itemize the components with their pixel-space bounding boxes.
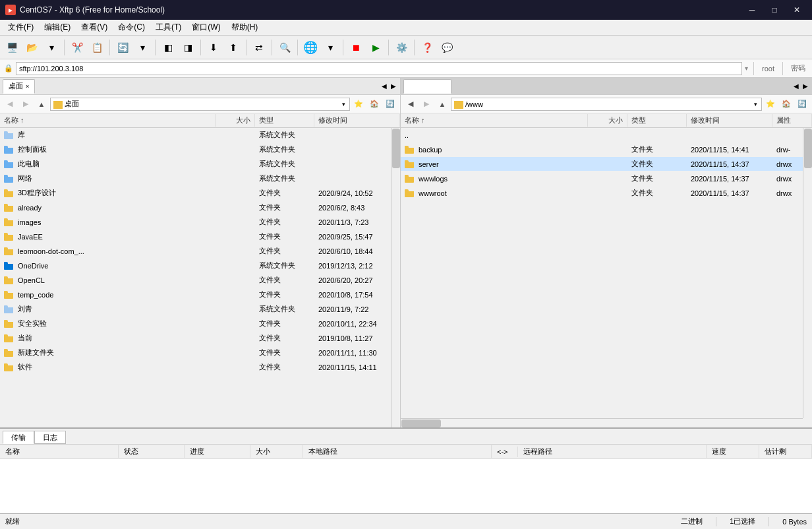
remote-tab-prev[interactable]: ◀ [792, 81, 800, 91]
remote-file-row[interactable]: wwwroot文件夹2020/11/15, 14:37drwx [401, 186, 812, 201]
local-file-date: 2020/11/9, 7:22 [314, 305, 400, 314]
menu-tools[interactable]: 工具(T) [150, 20, 187, 34]
toolbar-settings[interactable]: ⚙️ [392, 38, 411, 57]
toolbar-filter[interactable]: 🔍 [276, 38, 294, 57]
remote-forward-button[interactable]: ▶ [419, 97, 434, 111]
remote-hscrollbar[interactable] [401, 418, 803, 427]
bottom-tab-log[interactable]: 日志 [34, 431, 66, 444]
remote-tab-centos[interactable]: CentOS7 × [403, 79, 451, 94]
local-up-button[interactable]: ▲ [34, 97, 49, 111]
addr-dropdown[interactable]: ▾ [745, 65, 748, 72]
local-file-row[interactable]: 库系统文件夹 [0, 128, 400, 142]
local-col-type[interactable]: 类型 [255, 114, 314, 127]
remote-refresh-button[interactable]: 🔄 [795, 97, 809, 111]
local-file-row[interactable]: images文件夹2020/11/3, 7:23 [0, 215, 400, 230]
local-file-row[interactable]: 安全实验文件夹2020/10/11, 22:34 [0, 317, 400, 331]
local-refresh-button[interactable]: 🔄 [383, 97, 397, 111]
toolbar-notes[interactable]: 💬 [438, 38, 456, 57]
bottom-tab-transfer[interactable]: 传输 [3, 431, 34, 444]
local-forward-button[interactable]: ▶ [18, 97, 33, 111]
local-home-button[interactable]: 🏠 [367, 97, 382, 111]
menu-help[interactable]: 帮助(H) [226, 20, 264, 34]
local-file-row[interactable]: 新建文件夹文件夹2020/11/11, 11:30 [0, 346, 400, 360]
remote-vscrollbar[interactable] [803, 128, 812, 418]
address-input[interactable] [16, 62, 742, 75]
remote-file-row[interactable]: .. [401, 128, 812, 142]
remote-col-date[interactable]: 修改时间 [687, 114, 772, 127]
remote-path-dropdown[interactable]: ▾ [753, 101, 759, 108]
local-path-combo[interactable]: 桌面 ▾ [50, 98, 350, 111]
remote-file-row[interactable]: server文件夹2020/11/15, 14:37drwx [401, 157, 812, 171]
local-file-row[interactable]: OneDrive系统文件夹2019/12/13, 2:12 [0, 259, 400, 273]
toolbar-cut[interactable]: ✂️ [68, 38, 86, 57]
toolbar-download[interactable]: ⬇ [204, 38, 223, 57]
toolbar-left-panel[interactable]: ◧ [159, 38, 177, 57]
remote-file-row[interactable]: wwwlogs文件夹2020/11/15, 14:37drwx [401, 171, 812, 186]
remote-tab-close[interactable]: × [442, 83, 445, 90]
close-button[interactable]: ✕ [787, 0, 807, 20]
toolbar-help[interactable]: ❓ [418, 38, 436, 57]
local-tab-desktop[interactable]: 桌面 × [3, 79, 35, 94]
toolbar-sync[interactable]: ⇄ [250, 38, 268, 57]
local-path-dropdown[interactable]: ▾ [341, 101, 347, 108]
remote-file-row[interactable]: backup文件夹2020/11/15, 14:41drw- [401, 142, 812, 157]
toolbar-open-dropdown[interactable]: ▾ [42, 38, 61, 57]
local-tab-prev[interactable]: ◀ [380, 81, 388, 91]
toolbar-refresh[interactable]: 🔄 [113, 38, 132, 57]
local-file-row[interactable]: already文件夹2020/6/2, 8:43 [0, 201, 400, 215]
remote-up-button[interactable]: ▲ [435, 97, 450, 111]
toolbar-open[interactable]: 📂 [22, 38, 41, 57]
local-vscrollbar[interactable] [391, 128, 400, 427]
menu-view[interactable]: 查看(V) [76, 20, 113, 34]
remote-col-attr[interactable]: 属性 [772, 114, 812, 127]
remote-fav-button[interactable]: ⭐ [763, 97, 778, 111]
local-file-row[interactable]: OpenCL文件夹2020/6/20, 20:27 [0, 273, 400, 288]
local-file-row[interactable]: leomoon-dot-com_...文件夹2020/6/10, 18:44 [0, 244, 400, 259]
remote-col-size[interactable]: 大小 [588, 114, 627, 127]
remote-back-button[interactable]: ◀ [403, 97, 418, 111]
remote-col-name[interactable]: 名称 ↑ [401, 114, 588, 127]
local-scroll-thumb[interactable] [392, 129, 400, 168]
local-file-type: 文件夹 [255, 231, 314, 242]
local-col-name[interactable]: 名称 ↑ [0, 114, 216, 127]
local-file-row[interactable]: 控制面板系统文件夹 [0, 142, 400, 157]
local-tab-next[interactable]: ▶ [390, 81, 397, 91]
local-file-row[interactable]: temp_code文件夹2020/10/8, 17:54 [0, 288, 400, 302]
local-col-size[interactable]: 大小 [216, 114, 255, 127]
local-tab-close[interactable]: × [26, 83, 29, 90]
maximize-button[interactable]: □ [765, 0, 784, 20]
local-file-row[interactable]: 当前文件夹2019/10/8, 11:27 [0, 331, 400, 346]
remote-home-button[interactable]: 🏠 [779, 97, 794, 111]
menu-window[interactable]: 窗口(W) [187, 20, 225, 34]
local-file-row[interactable]: 此电脑系统文件夹 [0, 157, 400, 171]
toolbar-refresh-dropdown[interactable]: ▾ [133, 38, 152, 57]
minimize-button[interactable]: ─ [742, 0, 762, 20]
remote-hscroll-thumb[interactable] [401, 420, 441, 427]
local-file-row[interactable]: 3D程序设计文件夹2020/9/24, 10:52 [0, 186, 400, 201]
local-file-row[interactable]: JavaEE文件夹2020/9/25, 15:47 [0, 230, 400, 244]
local-file-size [216, 251, 255, 252]
toolbar-new-session[interactable]: 🖥️ [3, 38, 21, 57]
toolbar-right-panel[interactable]: ◨ [179, 38, 197, 57]
local-file-row[interactable]: 网络系统文件夹 [0, 171, 400, 186]
remote-path-combo[interactable]: /www ▾ [451, 98, 762, 111]
remote-scroll-thumb[interactable] [804, 129, 812, 168]
local-fav-button[interactable]: ⭐ [351, 97, 366, 111]
local-file-row[interactable]: 软件文件夹2020/11/15, 14:11 [0, 360, 400, 375]
remote-col-type[interactable]: 类型 [627, 114, 687, 127]
toolbar-stop[interactable]: ⏹ [347, 38, 365, 57]
toolbar-upload[interactable]: ⬆ [224, 38, 243, 57]
toolbar-globe-dropdown[interactable]: ▾ [321, 38, 339, 57]
menu-file[interactable]: 文件(F) [3, 20, 39, 34]
toolbar-copy[interactable]: 📋 [88, 38, 106, 57]
remote-tab-next[interactable]: ▶ [801, 81, 809, 91]
local-file-row[interactable]: 刘青系统文件夹2020/11/9, 7:22 [0, 302, 400, 317]
local-back-button[interactable]: ◀ [3, 97, 17, 111]
local-nav-bar: ◀ ▶ ▲ 桌面 ▾ ⭐ 🏠 🔄 [0, 95, 400, 113]
menu-command[interactable]: 命令(C) [113, 20, 150, 34]
local-file-name: already [0, 203, 216, 212]
local-col-date[interactable]: 修改时间 [314, 114, 400, 127]
menu-edit[interactable]: 编辑(E) [39, 20, 76, 34]
toolbar-connect[interactable]: ▶ [366, 38, 385, 57]
toolbar-globe[interactable]: 🌐 [301, 38, 320, 57]
